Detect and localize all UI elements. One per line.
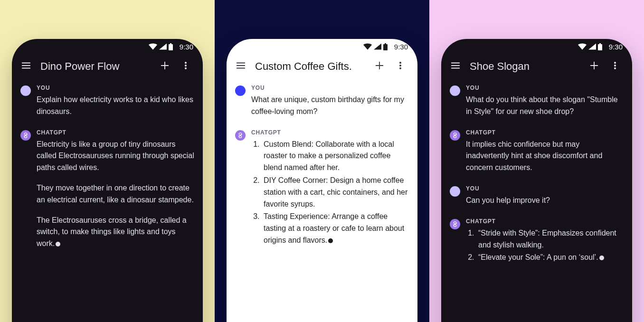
more-vertical-icon (181, 61, 190, 72)
status-bar: 9:30 (441, 39, 632, 54)
cellular-icon (374, 43, 381, 50)
assistant-message: CHATGPT“Stride with Style”: Emphasizes c… (450, 218, 624, 265)
conversation-title: Custom Coffee Gifts. (252, 60, 368, 73)
status-bar: 9:30 (12, 39, 203, 54)
conversation-scroll[interactable]: YOUExplain how electricity works to a ki… (12, 79, 203, 250)
conversation-scroll[interactable]: YOUWhat are unique, custom birthday gift… (227, 79, 417, 247)
plus-icon (160, 60, 170, 73)
app-bar: Custom Coffee Gifts. (227, 54, 417, 79)
battery-icon (169, 43, 173, 50)
user-avatar (235, 85, 246, 96)
message-paragraph: The Electrosauruses cross a bridge, call… (37, 215, 194, 250)
new-chat-button[interactable] (585, 57, 604, 76)
wifi-icon (149, 43, 157, 50)
cellular-icon (588, 43, 596, 50)
role-label: CHATGPT (37, 129, 194, 136)
backdrop-panel: 9:30Dino Power FlowYOUExplain how electr… (0, 0, 215, 322)
clock-text: 9:30 (609, 43, 623, 51)
conversation-title: Shoe Slogan (467, 60, 583, 73)
message-body: CHATGPT“Stride with Style”: Emphasizes c… (466, 218, 624, 265)
message-body: YOUExplain how electricity works to a ki… (37, 85, 194, 118)
overflow-menu-button[interactable] (176, 57, 195, 76)
message-text: Can you help improve it? (466, 195, 624, 207)
assistant-avatar (450, 219, 460, 229)
status-bar: 9:30 (227, 39, 417, 54)
typing-cursor-icon (599, 256, 604, 260)
message-body: CHATGPTIt implies chic confidence but ma… (466, 129, 624, 174)
app-bar: Shoe Slogan (441, 54, 632, 79)
svg-point-19 (399, 67, 401, 69)
svg-point-28 (614, 65, 616, 66)
battery-icon (598, 43, 602, 50)
user-avatar (450, 85, 460, 96)
message-paragraph: Can you help improve it? (466, 195, 624, 207)
hamburger-icon (21, 60, 31, 73)
list-item: Custom Blend: Collaborate with a local r… (262, 139, 409, 174)
typing-cursor-icon (328, 238, 333, 243)
phone-screen: 9:30Custom Coffee Gifts.YOUWhat are uniq… (227, 39, 417, 322)
role-label: CHATGPT (466, 218, 624, 225)
role-label: CHATGPT (251, 129, 409, 136)
svg-rect-0 (170, 43, 171, 44)
list-item: DIY Coffee Corner: Design a home coffee … (262, 175, 409, 210)
phone-screen: 9:30Shoe SloganYOUWhat do you think abou… (441, 39, 632, 322)
clock-text: 9:30 (180, 43, 193, 51)
svg-rect-1 (169, 44, 173, 50)
svg-point-27 (614, 62, 616, 64)
message-text: Electricity is like a group of tiny dino… (37, 139, 194, 250)
message-paragraph: Explain how electricity works to a kid w… (37, 94, 194, 118)
user-message: YOUExplain how electricity works to a ki… (20, 85, 194, 118)
message-ordered-list: “Stride with Style”: Emphasizes confiden… (466, 227, 624, 264)
svg-rect-10 (385, 43, 386, 44)
new-chat-button[interactable] (155, 57, 174, 76)
conversation-title: Dino Power Flow (38, 60, 153, 73)
svg-rect-20 (599, 43, 601, 44)
role-label: YOU (466, 85, 624, 91)
message-body: YOUCan you help improve it? (466, 185, 624, 207)
overflow-menu-button[interactable] (391, 57, 410, 76)
message-paragraph: What do you think about the slogan "Stum… (466, 94, 624, 118)
app-bar: Dino Power Flow (12, 54, 203, 79)
overflow-menu-button[interactable] (606, 57, 625, 76)
message-body: CHATGPTElectricity is like a group of ti… (37, 129, 194, 250)
assistant-message: CHATGPTIt implies chic confidence but ma… (450, 129, 624, 174)
message-text: What are unique, custom birthday gifts f… (251, 94, 409, 118)
new-chat-button[interactable] (370, 57, 389, 76)
svg-point-9 (185, 67, 186, 69)
menu-button[interactable] (17, 57, 36, 76)
role-label: YOU (37, 85, 194, 91)
user-message: YOUCan you help improve it? (450, 185, 624, 207)
user-avatar (20, 85, 31, 96)
hamburger-icon (450, 60, 461, 73)
typing-cursor-icon (56, 242, 60, 246)
message-text: “Stride with Style”: Emphasizes confiden… (466, 227, 624, 264)
plus-icon (374, 60, 385, 73)
role-label: YOU (466, 185, 624, 192)
plus-icon (589, 60, 599, 73)
battery-icon (383, 43, 388, 50)
user-avatar (450, 186, 460, 197)
hamburger-icon (236, 60, 246, 73)
svg-point-8 (185, 65, 186, 66)
menu-button[interactable] (446, 57, 465, 76)
message-text: Explain how electricity works to a kid w… (37, 94, 194, 118)
message-paragraph: They move together in one direction to c… (37, 182, 194, 206)
user-message: YOUWhat do you think about the slogan "S… (450, 85, 624, 118)
more-vertical-icon (610, 61, 620, 72)
menu-button[interactable] (231, 57, 250, 76)
svg-point-17 (399, 62, 401, 64)
assistant-avatar (235, 130, 246, 141)
more-vertical-icon (396, 61, 405, 72)
assistant-avatar (450, 130, 460, 141)
message-text: What do you think about the slogan "Stum… (466, 94, 624, 118)
svg-point-29 (614, 67, 616, 69)
assistant-message: CHATGPTCustom Blend: Collaborate with a … (235, 129, 409, 247)
message-body: CHATGPTCustom Blend: Collaborate with a … (251, 129, 409, 247)
role-label: YOU (251, 85, 409, 91)
conversation-scroll[interactable]: YOUWhat do you think about the slogan "S… (441, 79, 632, 265)
assistant-message: CHATGPTElectricity is like a group of ti… (20, 129, 194, 250)
wifi-icon (578, 43, 587, 50)
cellular-icon (159, 43, 167, 50)
message-paragraph: Electricity is like a group of tiny dino… (37, 139, 194, 174)
svg-rect-11 (383, 44, 388, 50)
